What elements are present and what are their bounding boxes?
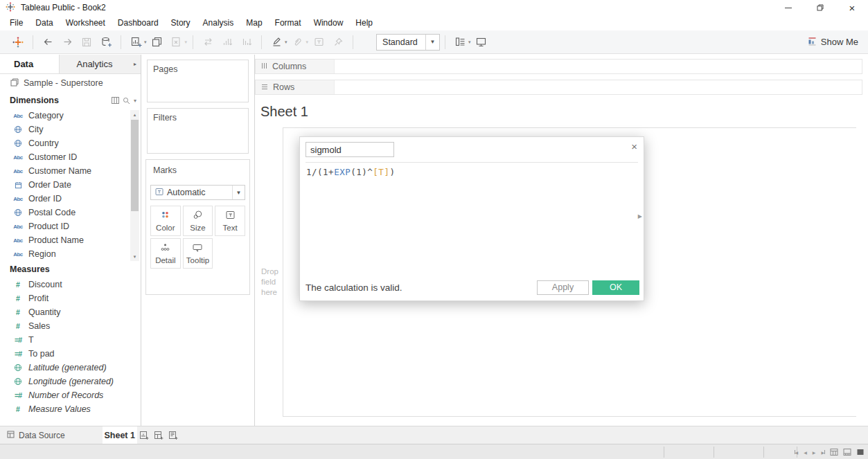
tab-data[interactable]: Data bbox=[0, 55, 60, 73]
presentation-mode-button[interactable] bbox=[473, 34, 490, 51]
menu-help[interactable]: Help bbox=[349, 18, 379, 28]
sort-descending-button[interactable] bbox=[238, 34, 255, 51]
filters-shelf[interactable]: Filters bbox=[147, 108, 249, 154]
field-customer-id[interactable]: AbcCustomer ID bbox=[0, 150, 141, 164]
menu-file[interactable]: File bbox=[3, 18, 29, 28]
marks-size-button[interactable]: Size bbox=[183, 206, 213, 236]
field-order-id[interactable]: AbcOrder ID bbox=[0, 192, 141, 206]
columns-drop-area[interactable] bbox=[335, 60, 862, 73]
clear-sheet-caret[interactable]: ▾ bbox=[185, 39, 188, 45]
rows-drop-area[interactable] bbox=[335, 80, 862, 94]
close-button[interactable]: × bbox=[836, 0, 868, 15]
new-dashboard-tab-button[interactable] bbox=[152, 426, 166, 444]
field-sales[interactable]: #Sales bbox=[0, 319, 141, 333]
find-field-icon[interactable] bbox=[123, 97, 130, 105]
highlight-button[interactable] bbox=[268, 34, 285, 51]
calculation-name-input[interactable] bbox=[305, 142, 394, 157]
pane-collapse-icon[interactable]: ▸ bbox=[130, 55, 141, 73]
menu-story[interactable]: Story bbox=[165, 18, 197, 28]
field-order-date[interactable]: Order Date bbox=[0, 178, 141, 192]
new-worksheet-tab-button[interactable] bbox=[137, 426, 152, 444]
apply-button[interactable]: Apply bbox=[537, 280, 589, 295]
first-sheet-icon[interactable]: ◀ bbox=[795, 450, 799, 455]
group-members-caret[interactable]: ▾ bbox=[306, 39, 309, 45]
new-data-source-button[interactable] bbox=[98, 34, 114, 51]
show-filmstrip-icon[interactable] bbox=[842, 447, 852, 458]
menu-dashboard[interactable]: Dashboard bbox=[112, 18, 165, 28]
field-product-name[interactable]: AbcProduct Name bbox=[0, 233, 141, 247]
show-hide-cards-button[interactable] bbox=[452, 34, 468, 51]
fix-axes-button[interactable] bbox=[330, 34, 346, 51]
next-sheet-icon[interactable]: ▶ bbox=[813, 450, 816, 455]
view-data-grid-icon[interactable] bbox=[112, 97, 119, 104]
menu-data[interactable]: Data bbox=[29, 18, 59, 28]
pages-shelf[interactable]: Pages bbox=[147, 60, 249, 102]
field-customer-name[interactable]: AbcCustomer Name bbox=[0, 164, 141, 178]
menu-format[interactable]: Format bbox=[269, 18, 308, 28]
save-button[interactable] bbox=[78, 34, 95, 51]
group-members-button[interactable] bbox=[290, 34, 306, 51]
dimensions-scrollbar[interactable]: ▲ ▼ bbox=[130, 110, 139, 261]
function-panel-expander-icon[interactable]: ▶ bbox=[638, 213, 642, 219]
swap-rows-columns-button[interactable] bbox=[200, 34, 216, 51]
marks-tooltip-button[interactable]: Tooltip bbox=[183, 238, 213, 269]
menu-map[interactable]: Map bbox=[240, 18, 268, 28]
highlight-caret[interactable]: ▾ bbox=[285, 39, 287, 45]
ok-button[interactable]: OK bbox=[592, 280, 639, 295]
show-tabs-icon[interactable] bbox=[829, 447, 839, 458]
show-mark-labels-button[interactable] bbox=[310, 34, 327, 51]
sheet-1-tab[interactable]: Sheet 1 bbox=[103, 426, 137, 444]
field-quantity[interactable]: #Quantity bbox=[0, 305, 141, 319]
formula-editor[interactable]: 1/(1+EXP(1)^[T]) bbox=[306, 167, 395, 177]
restore-button[interactable] bbox=[804, 0, 836, 15]
field-category[interactable]: AbcCategory bbox=[0, 109, 141, 123]
redo-button[interactable] bbox=[59, 34, 76, 51]
field-discount[interactable]: #Discount bbox=[0, 278, 141, 291]
tab-analytics[interactable]: Analytics bbox=[60, 55, 130, 73]
datasource-item[interactable]: Sample - Superstore bbox=[0, 74, 141, 92]
scroll-thumb[interactable] bbox=[131, 120, 139, 211]
menu-window[interactable]: Window bbox=[308, 18, 350, 28]
field-profit[interactable]: #Profit bbox=[0, 291, 141, 305]
field-to-pad[interactable]: =#To pad bbox=[0, 347, 141, 361]
show-hide-cards-caret[interactable]: ▾ bbox=[468, 39, 471, 45]
scroll-up-icon[interactable]: ▲ bbox=[130, 110, 139, 119]
clear-sheet-button[interactable] bbox=[168, 34, 185, 51]
field-country[interactable]: Country bbox=[0, 136, 141, 150]
minimize-button[interactable] bbox=[772, 0, 804, 15]
dialog-close-icon[interactable]: × bbox=[631, 141, 637, 152]
mark-type-dropdown[interactable]: Automatic ▼ bbox=[150, 185, 245, 200]
field-region[interactable]: AbcRegion bbox=[0, 247, 141, 261]
new-sheet-caret[interactable]: ▾ bbox=[144, 39, 147, 45]
scroll-down-icon[interactable]: ▼ bbox=[130, 252, 139, 261]
sort-ascending-button[interactable] bbox=[219, 34, 236, 51]
tableau-logo-toolbar-icon[interactable] bbox=[10, 34, 26, 51]
dimensions-menu-caret-icon[interactable]: ▾ bbox=[134, 98, 136, 104]
rows-shelf[interactable]: Rows bbox=[255, 80, 862, 95]
new-worksheet-button[interactable] bbox=[127, 34, 144, 51]
show-me-button[interactable]: Show Me bbox=[808, 37, 858, 48]
field-number-of-records[interactable]: =#Number of Records bbox=[0, 388, 141, 402]
last-sheet-icon[interactable]: ▶ bbox=[821, 450, 825, 455]
field-t[interactable]: =#T bbox=[0, 333, 141, 347]
menu-analysis[interactable]: Analysis bbox=[197, 18, 240, 28]
previous-sheet-icon[interactable]: ◀ bbox=[804, 450, 807, 455]
fit-mode-caret-icon[interactable]: ▼ bbox=[425, 35, 439, 50]
field-postal-code[interactable]: Postal Code bbox=[0, 206, 141, 219]
new-story-tab-button[interactable] bbox=[166, 426, 181, 444]
show-sheet-sorter-icon[interactable] bbox=[855, 447, 865, 458]
field-latitude-generated-[interactable]: Latitude (generated) bbox=[0, 361, 141, 375]
marks-text-button[interactable]: Text bbox=[215, 206, 245, 236]
columns-shelf[interactable]: Columns bbox=[255, 59, 862, 74]
field-measure-values[interactable]: #Measure Values bbox=[0, 402, 141, 416]
fit-mode-dropdown[interactable]: Standard ▼ bbox=[376, 34, 440, 51]
menu-worksheet[interactable]: Worksheet bbox=[60, 18, 112, 28]
data-source-tab[interactable]: Data Source bbox=[0, 426, 75, 444]
marks-color-button[interactable]: Color bbox=[150, 206, 181, 236]
undo-button[interactable] bbox=[39, 34, 56, 51]
duplicate-button[interactable] bbox=[149, 34, 166, 51]
mark-type-caret-icon[interactable]: ▼ bbox=[232, 186, 245, 199]
marks-detail-button[interactable]: Detail bbox=[150, 238, 181, 269]
field-city[interactable]: City bbox=[0, 123, 141, 136]
field-longitude-generated-[interactable]: Longitude (generated) bbox=[0, 375, 141, 388]
